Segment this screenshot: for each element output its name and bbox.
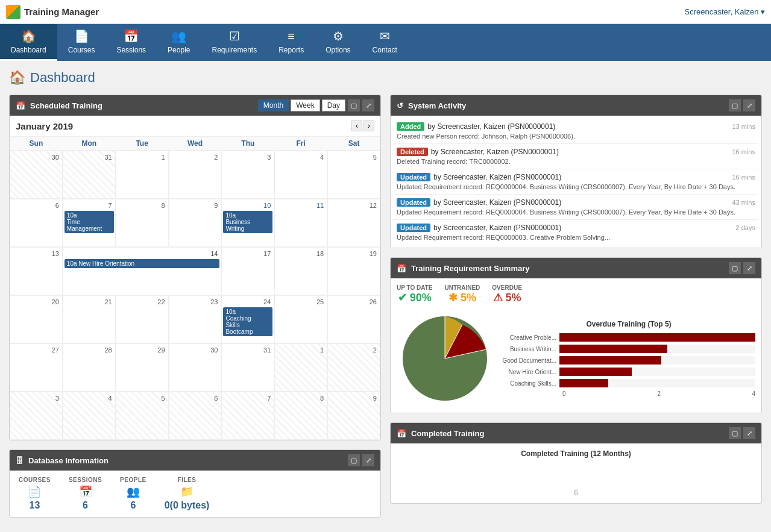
cal-cell[interactable]: 30 (10, 151, 63, 199)
expand-activity-button[interactable]: ⤢ (743, 99, 755, 111)
system-activity-actions: ▢ ⤢ (729, 99, 755, 111)
cal-cell[interactable]: 1 (116, 151, 169, 199)
database-info-header: 🗄 Database Information ▢ ⤢ (10, 450, 380, 471)
calendar-view-controls: Month Week Day ▢ ⤢ (258, 99, 374, 111)
day-header-wed: Wed (169, 137, 222, 151)
cal-cell[interactable]: 1 (274, 343, 327, 392)
minimize-db-button[interactable]: ▢ (348, 454, 360, 466)
calendar-prev-button[interactable]: ‹ (351, 120, 362, 131)
calendar-event[interactable]: 10aBusinessWriting (223, 211, 272, 233)
nav-contact-label: Contact (373, 46, 397, 54)
updated-badge: Updated (397, 198, 430, 207)
cal-cell[interactable]: 6 (169, 392, 222, 440)
week-view-button[interactable]: Week (291, 99, 319, 111)
calendar-grid: Sun Mon Tue Wed Thu Fri Sat 30 31 1 2 3 … (10, 137, 380, 440)
cal-cell[interactable]: 7 (221, 392, 274, 440)
user-menu[interactable]: Screencaster, Kaizen ▾ (685, 7, 765, 16)
deleted-badge: Deleted (397, 148, 428, 156)
charts-area: Overdue Training (Top 5) Creative Proble… (397, 310, 755, 407)
month-view-button[interactable]: Month (258, 99, 289, 111)
nav-sessions[interactable]: 📅 Sessions (105, 24, 157, 61)
cal-cell[interactable]: 2 (327, 343, 380, 392)
cal-cell[interactable]: 8 (116, 199, 169, 247)
minimize-completed-button[interactable]: ▢ (729, 427, 741, 439)
cal-cell[interactable]: 25 (274, 295, 327, 343)
nav-contact[interactable]: ✉ Contact (362, 24, 408, 61)
day-view-button[interactable]: Day (322, 99, 345, 111)
minimize-scheduled-button[interactable]: ▢ (348, 99, 360, 111)
bar-track (559, 333, 755, 342)
minimize-activity-button[interactable]: ▢ (729, 99, 741, 111)
cal-cell[interactable]: 26 (327, 295, 380, 343)
cal-cell[interactable]: 28 (63, 343, 116, 392)
cal-cell[interactable]: 9 (327, 392, 380, 440)
cal-cell[interactable]: 31 (63, 151, 116, 199)
courses-icon: 📄 (74, 29, 89, 43)
cal-cell[interactable]: 31 (221, 343, 274, 392)
cal-cell[interactable]: 8 (274, 392, 327, 440)
cal-cell[interactable]: 17 (221, 247, 274, 295)
cal-cell[interactable]: 6 (10, 199, 63, 247)
cal-cell[interactable]: 29 (116, 343, 169, 392)
cal-cell[interactable]: 22 (116, 295, 169, 343)
activity-item: Updated by Screencaster, Kaizen (PSN0000… (394, 220, 758, 245)
cal-cell[interactable]: 2 (169, 151, 222, 199)
nav-courses[interactable]: 📄 Courses (57, 24, 106, 61)
cal-cell[interactable]: 5 (116, 392, 169, 440)
nav-requirements[interactable]: ☑ Requirements (201, 24, 268, 61)
bar-track (559, 345, 755, 353)
sessions-stat: SESSIONS 📅 6 (69, 477, 102, 511)
cal-cell[interactable]: 24 10aCoachingSkillsBootcamp (221, 295, 274, 343)
cal-cell[interactable]: 11 (274, 199, 327, 247)
cal-cell[interactable]: 9 (169, 199, 222, 247)
cal-cell[interactable]: 20 (10, 295, 63, 343)
pie-chart (397, 310, 493, 407)
cal-cell[interactable]: 3 (221, 151, 274, 199)
completed-training-header: 📅 Completed Training ▢ ⤢ (391, 423, 761, 443)
expand-scheduled-button[interactable]: ⤢ (362, 99, 374, 111)
main-grid: 📅 Scheduled Training Month Week Day ▢ ⤢ … (9, 95, 762, 518)
cal-cell[interactable]: 12 (327, 199, 380, 247)
nav-options[interactable]: ⚙ Options (315, 24, 361, 61)
day-header-sun: Sun (10, 137, 63, 151)
expand-summary-button[interactable]: ⤢ (743, 262, 755, 274)
cal-cell[interactable]: 30 (169, 343, 222, 392)
cal-cell[interactable]: 21 (63, 295, 116, 343)
completed-training-panel: 📅 Completed Training ▢ ⤢ Completed Train… (390, 422, 762, 504)
summary-icon: 📅 (397, 264, 406, 273)
bar-axis: 0 2 4 (502, 390, 755, 397)
cal-cell[interactable]: 23 (169, 295, 222, 343)
expand-db-button[interactable]: ⤢ (362, 454, 374, 466)
day-header-fri: Fri (274, 137, 327, 151)
activity-desc: Created new Person record: Johnson, Ralp… (397, 133, 755, 140)
activity-time: 13 mins (732, 123, 755, 130)
cal-cell[interactable]: 4 (63, 392, 116, 440)
cal-cell[interactable]: 10 10aBusinessWriting (221, 199, 274, 247)
activity-desc: Deleted Training record: TRC0000002. (397, 158, 755, 165)
activity-item: Deleted by Screencaster, Kaizen (PSN0000… (394, 144, 758, 169)
sessions-icon: 📅 (79, 485, 92, 498)
nav-people[interactable]: 👥 People (157, 24, 201, 61)
cal-cell[interactable]: 19 (327, 247, 380, 295)
system-activity-panel: ↺ System Activity ▢ ⤢ Added by Screencas… (390, 95, 762, 248)
calendar-event[interactable]: 10aCoachingSkillsBootcamp (223, 307, 272, 336)
up-to-date-value: ✔ 90% (398, 291, 432, 304)
calendar-next-button[interactable]: › (363, 120, 374, 131)
completed-chart-title: Completed Training (12 Months) (397, 449, 755, 458)
nav-reports[interactable]: ≡ Reports (268, 24, 315, 61)
minimize-summary-button[interactable]: ▢ (729, 262, 741, 274)
cal-cell[interactable]: 3 (10, 392, 63, 440)
cal-cell[interactable]: 5 (327, 151, 380, 199)
bar-fill (559, 379, 608, 387)
cal-cell[interactable]: 4 (274, 151, 327, 199)
calendar-event[interactable]: 10aTimeManagement (65, 211, 114, 233)
expand-completed-button[interactable]: ⤢ (743, 427, 755, 439)
cal-cell[interactable]: 7 10aTimeManagement (63, 199, 116, 247)
cal-cell[interactable]: 18 (274, 247, 327, 295)
cal-cell[interactable]: 13 (10, 247, 63, 295)
cal-cell[interactable]: 27 (10, 343, 63, 392)
calendar-event[interactable]: 10a New Hire Orientation (65, 259, 220, 268)
calendar-month-title: January 2019 (16, 121, 73, 131)
cal-cell-span[interactable]: 14 10a New Hire Orientation (63, 247, 222, 295)
nav-dashboard[interactable]: 🏠 Dashboard (0, 24, 57, 61)
